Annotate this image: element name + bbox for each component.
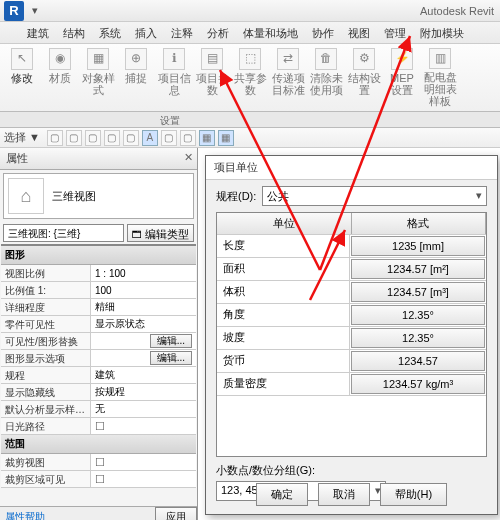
modify-button[interactable]: ↖修改 xyxy=(4,46,40,109)
project-params-button[interactable]: ▤项目参数 xyxy=(194,46,230,109)
unit-row[interactable]: 面积1234.57 [m²] xyxy=(217,258,486,281)
properties-help-link[interactable]: 属性帮助 xyxy=(0,507,155,520)
properties-header: 属性 ✕ xyxy=(0,148,197,170)
prop-row[interactable]: 视图比例1 : 100 xyxy=(1,265,196,282)
ok-button[interactable]: 确定 xyxy=(256,483,308,506)
prop-row[interactable]: 图形显示选项编辑... xyxy=(1,350,196,367)
mep-settings-button[interactable]: ⚡MEP设置 xyxy=(384,46,420,109)
unit-row[interactable]: 质量密度1234.57 kg/m³ xyxy=(217,373,486,396)
sel-icon-6[interactable]: A xyxy=(142,130,158,146)
materials-button[interactable]: ◉材质 xyxy=(42,46,78,109)
app-icon[interactable]: R xyxy=(4,1,24,21)
purge-button[interactable]: 🗑清除未使用项 xyxy=(308,46,344,109)
section-extent: 范围 xyxy=(1,435,196,454)
quick-access-toolbar: ▾ xyxy=(32,4,420,17)
ribbon-panel: ↖修改 ◉材质 ▦对象样式 ⊕捕捉 ℹ项目信息 ▤项目参数 ⬚共享参数 ⇄传递项… xyxy=(0,44,500,112)
sel-icon-4[interactable]: ▢ xyxy=(104,130,120,146)
transfer-standards-button[interactable]: ⇄传递项目标准 xyxy=(270,46,306,109)
prop-row[interactable]: 裁剪区域可见 xyxy=(1,471,196,488)
close-icon[interactable]: ✕ xyxy=(184,151,193,164)
view-type-name: 三维视图 xyxy=(52,189,96,204)
prop-row[interactable]: 显示隐藏线按规程 xyxy=(1,384,196,401)
app-title: Autodesk Revit xyxy=(420,5,494,17)
unit-row[interactable]: 货币1234.57 xyxy=(217,350,486,373)
tab-systems[interactable]: 系统 xyxy=(92,22,128,43)
sel-icon-7[interactable]: ▢ xyxy=(161,130,177,146)
project-info-button[interactable]: ℹ项目信息 xyxy=(156,46,192,109)
tab-architecture[interactable]: 建筑 xyxy=(20,22,56,43)
tab-analyze[interactable]: 分析 xyxy=(200,22,236,43)
tab-manage[interactable]: 管理 xyxy=(377,22,413,43)
view-instance-dropdown[interactable]: 三维视图: {三维} xyxy=(3,224,124,242)
tab-massing[interactable]: 体量和场地 xyxy=(236,22,305,43)
unit-row[interactable]: 体积1234.57 [m³] xyxy=(217,281,486,304)
prop-row[interactable]: 详细程度精细 xyxy=(1,299,196,316)
apply-button[interactable]: 应用 xyxy=(155,507,197,520)
dialog-title: 项目单位 xyxy=(206,156,497,180)
panel-schedule-button[interactable]: ▥配电盘明细表样板 xyxy=(422,46,458,109)
snaps-button[interactable]: ⊕捕捉 xyxy=(118,46,154,109)
sel-icon-10[interactable]: ▦ xyxy=(218,130,234,146)
house-icon: ⌂ xyxy=(8,178,44,214)
sel-icon-2[interactable]: ▢ xyxy=(66,130,82,146)
tab-collaborate[interactable]: 协作 xyxy=(305,22,341,43)
unit-row[interactable]: 坡度12.35° xyxy=(217,327,486,350)
shared-params-button[interactable]: ⬚共享参数 xyxy=(232,46,268,109)
object-styles-button[interactable]: ▦对象样式 xyxy=(80,46,116,109)
project-units-dialog: 项目单位 规程(D): 公共 单位 格式 长度1235 [mm]面积1234.5… xyxy=(205,155,498,515)
tab-structure[interactable]: 结构 xyxy=(56,22,92,43)
prop-row[interactable]: 裁剪视图 xyxy=(1,454,196,471)
sel-icon-1[interactable]: ▢ xyxy=(47,130,63,146)
edit-type-button[interactable]: 🗔 编辑类型 xyxy=(127,224,194,242)
tab-insert[interactable]: 插入 xyxy=(128,22,164,43)
ribbon-tabs: 建筑 结构 系统 插入 注释 分析 体量和场地 协作 视图 管理 附加模块 xyxy=(0,22,500,44)
tab-addins[interactable]: 附加模块 xyxy=(413,22,471,43)
sel-icon-3[interactable]: ▢ xyxy=(85,130,101,146)
sel-icon-5[interactable]: ▢ xyxy=(123,130,139,146)
grouping-label: 小数点/数位分组(G): xyxy=(216,463,487,478)
properties-grid: 图形 视图比例1 : 100比例值 1:100详细程度精细零件可见性显示原状态可… xyxy=(1,244,196,506)
help-button[interactable]: 帮助(H) xyxy=(380,483,447,506)
select-label[interactable]: 选择 ▼ xyxy=(4,130,40,145)
prop-row[interactable]: 可见性/图形替换编辑... xyxy=(1,333,196,350)
unit-row[interactable]: 长度1235 [mm] xyxy=(217,235,486,258)
sel-icon-8[interactable]: ▢ xyxy=(180,130,196,146)
prop-row[interactable]: 日光路径 xyxy=(1,418,196,435)
structural-settings-button[interactable]: ⚙结构设置 xyxy=(346,46,382,109)
units-table: 单位 格式 长度1235 [mm]面积1234.57 [m²]体积1234.57… xyxy=(216,212,487,457)
selection-bar: 选择 ▼ ▢ ▢ ▢ ▢ ▢ A ▢ ▢ ▦ ▦ xyxy=(0,128,500,148)
col-unit: 单位 xyxy=(217,213,352,234)
prop-row[interactable]: 规程建筑 xyxy=(1,367,196,384)
col-format: 格式 xyxy=(352,213,487,234)
ribbon-panel-label: 设置 xyxy=(0,112,500,128)
section-graphics: 图形 xyxy=(1,246,196,265)
tab-view[interactable]: 视图 xyxy=(341,22,377,43)
discipline-label: 规程(D): xyxy=(216,189,256,204)
properties-panel: 属性 ✕ ⌂ 三维视图 三维视图: {三维} 🗔 编辑类型 图形 视图比例1 :… xyxy=(0,148,198,520)
discipline-dropdown[interactable]: 公共 xyxy=(262,186,487,206)
tab-annotate[interactable]: 注释 xyxy=(164,22,200,43)
chevron-down-icon[interactable]: ▾ xyxy=(32,4,38,17)
type-selector[interactable]: ⌂ 三维视图 xyxy=(3,173,194,219)
title-bar: R ▾ Autodesk Revit xyxy=(0,0,500,22)
prop-row[interactable]: 比例值 1:100 xyxy=(1,282,196,299)
sel-icon-9[interactable]: ▦ xyxy=(199,130,215,146)
prop-row[interactable]: 零件可见性显示原状态 xyxy=(1,316,196,333)
unit-row[interactable]: 角度12.35° xyxy=(217,304,486,327)
cancel-button[interactable]: 取消 xyxy=(318,483,370,506)
prop-row[interactable]: 默认分析显示样…无 xyxy=(1,401,196,418)
